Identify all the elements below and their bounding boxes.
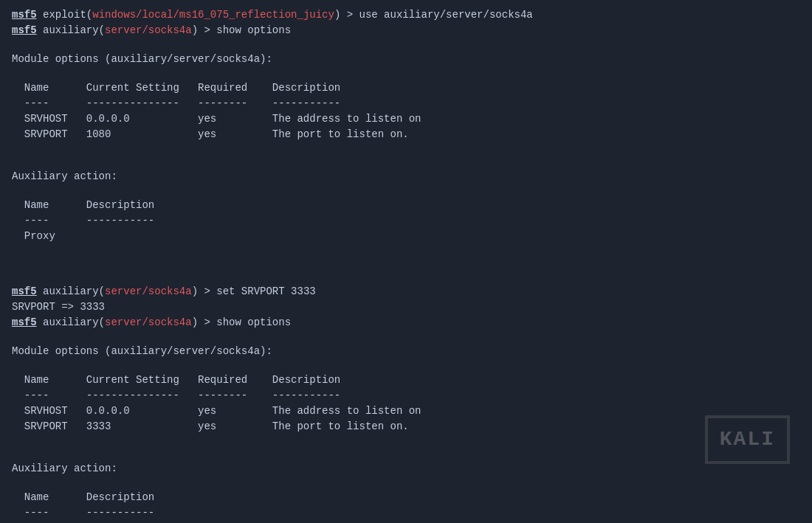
terminal-line: SRVHOST 0.0.0.0 yes The address to liste…: [12, 403, 800, 419]
terminal-line: Auxiliary action:: [12, 169, 800, 184]
terminal-line: [12, 142, 800, 156]
terminal-line: msf5 auxiliary(server/socks4a) > show op…: [12, 315, 800, 330]
terminal-line: [12, 257, 800, 271]
terminal-line: [12, 156, 800, 169]
terminal-line: ---- -----------: [12, 505, 800, 521]
terminal-line: [12, 434, 800, 448]
terminal-line: SRVPORT 1080 yes The port to listen on.: [12, 127, 800, 142]
terminal-line: Name Description: [12, 198, 800, 213]
terminal-line: SRVPORT 3333 yes The port to listen on.: [12, 419, 800, 434]
terminal-line: Name Description: [12, 490, 800, 505]
kali-watermark: KALI: [705, 415, 790, 464]
terminal-line: ---- -----------: [12, 213, 800, 229]
terminal-line: [12, 67, 800, 80]
terminal-line: [12, 38, 800, 52]
terminal-line: Proxy: [12, 229, 800, 244]
terminal-line: msf5 auxiliary(server/socks4a) > set SRV…: [12, 284, 800, 299]
terminal-line: ---- --------------- -------- ----------…: [12, 96, 800, 111]
terminal-line: Name Current Setting Required Descriptio…: [12, 80, 800, 96]
terminal-line: SRVPORT => 3333: [12, 299, 800, 315]
terminal-line: [12, 477, 800, 490]
terminal-line: [12, 244, 800, 257]
terminal-line: msf5 auxiliary(server/socks4a) > show op…: [12, 23, 800, 38]
terminal-line: Module options (auxiliary/server/socks4a…: [12, 52, 800, 67]
terminal-line: msf5 exploit(windows/local/ms16_075_refl…: [12, 7, 800, 23]
terminal-line: Module options (auxiliary/server/socks4a…: [12, 344, 800, 359]
terminal-line: [12, 184, 800, 198]
terminal-line: [12, 448, 800, 461]
terminal-line: Auxiliary action:: [12, 461, 800, 477]
terminal-line: [12, 271, 800, 284]
terminal-line: Name Current Setting Required Descriptio…: [12, 373, 800, 388]
terminal-line: [12, 359, 800, 373]
terminal-line: SRVHOST 0.0.0.0 yes The address to liste…: [12, 111, 800, 127]
terminal-line: ---- --------------- -------- ----------…: [12, 388, 800, 403]
terminal-line: [12, 330, 800, 344]
terminal: msf5 exploit(windows/local/ms16_075_refl…: [12, 7, 800, 523]
